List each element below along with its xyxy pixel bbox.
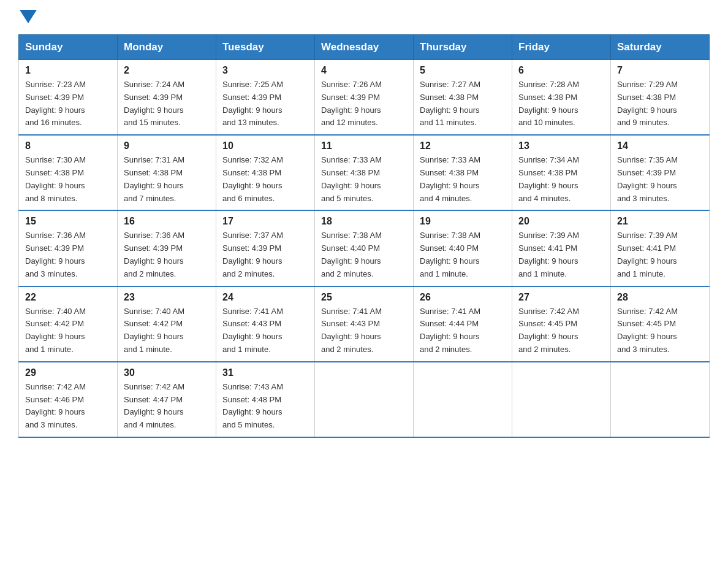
day-number: 27: [518, 292, 604, 303]
day-number: 31: [222, 367, 308, 378]
calendar-cell: [611, 362, 710, 437]
calendar-week-row: 8 Sunrise: 7:30 AMSunset: 4:38 PMDayligh…: [19, 135, 710, 210]
day-info: Sunrise: 7:27 AMSunset: 4:38 PMDaylight:…: [420, 79, 506, 129]
calendar-cell: 17 Sunrise: 7:37 AMSunset: 4:39 PMDaylig…: [216, 210, 315, 286]
day-info: Sunrise: 7:24 AMSunset: 4:39 PMDaylight:…: [124, 79, 210, 129]
day-number: 14: [617, 140, 703, 151]
day-info: Sunrise: 7:41 AMSunset: 4:43 PMDaylight:…: [222, 305, 308, 356]
calendar-cell: 24 Sunrise: 7:41 AMSunset: 4:43 PMDaylig…: [216, 286, 315, 362]
page-header: [18, 12, 710, 22]
calendar-cell: 4 Sunrise: 7:26 AMSunset: 4:39 PMDayligh…: [315, 60, 414, 136]
calendar-cell: 2 Sunrise: 7:24 AMSunset: 4:39 PMDayligh…: [118, 60, 216, 136]
calendar-cell: 16 Sunrise: 7:36 AMSunset: 4:39 PMDaylig…: [118, 210, 216, 286]
logo: [18, 12, 37, 22]
day-number: 5: [420, 65, 506, 76]
calendar-cell: 26 Sunrise: 7:41 AMSunset: 4:44 PMDaylig…: [414, 286, 512, 362]
day-info: Sunrise: 7:33 AMSunset: 4:38 PMDaylight:…: [420, 154, 506, 205]
day-number: 11: [321, 140, 407, 151]
calendar-cell: 28 Sunrise: 7:42 AMSunset: 4:45 PMDaylig…: [611, 286, 710, 362]
svg-marker-0: [20, 10, 37, 23]
calendar-cell: 22 Sunrise: 7:40 AMSunset: 4:42 PMDaylig…: [19, 286, 118, 362]
calendar-cell: 31 Sunrise: 7:43 AMSunset: 4:48 PMDaylig…: [216, 362, 315, 437]
calendar-cell: 19 Sunrise: 7:38 AMSunset: 4:40 PMDaylig…: [414, 210, 512, 286]
calendar-cell: 18 Sunrise: 7:38 AMSunset: 4:40 PMDaylig…: [315, 210, 414, 286]
day-info: Sunrise: 7:37 AMSunset: 4:39 PMDaylight:…: [222, 229, 308, 280]
day-number: 7: [617, 65, 703, 76]
weekday-header-tuesday: Tuesday: [216, 35, 315, 60]
day-number: 26: [420, 292, 506, 303]
weekday-header-monday: Monday: [118, 35, 216, 60]
day-info: Sunrise: 7:29 AMSunset: 4:38 PMDaylight:…: [617, 79, 703, 129]
calendar-cell: 1 Sunrise: 7:23 AMSunset: 4:39 PMDayligh…: [19, 60, 118, 136]
day-number: 13: [518, 140, 604, 151]
day-number: 3: [222, 65, 308, 76]
day-info: Sunrise: 7:28 AMSunset: 4:38 PMDaylight:…: [518, 79, 604, 129]
calendar-cell: [315, 362, 414, 437]
day-number: 20: [518, 216, 604, 227]
day-number: 8: [25, 140, 111, 151]
day-info: Sunrise: 7:40 AMSunset: 4:42 PMDaylight:…: [124, 305, 210, 356]
day-info: Sunrise: 7:42 AMSunset: 4:46 PMDaylight:…: [25, 381, 111, 432]
day-info: Sunrise: 7:42 AMSunset: 4:47 PMDaylight:…: [124, 381, 210, 432]
day-info: Sunrise: 7:38 AMSunset: 4:40 PMDaylight:…: [321, 229, 407, 280]
day-info: Sunrise: 7:31 AMSunset: 4:38 PMDaylight:…: [124, 154, 210, 205]
calendar-week-row: 1 Sunrise: 7:23 AMSunset: 4:39 PMDayligh…: [19, 60, 710, 136]
day-info: Sunrise: 7:25 AMSunset: 4:39 PMDaylight:…: [222, 79, 308, 129]
calendar-cell: 12 Sunrise: 7:33 AMSunset: 4:38 PMDaylig…: [414, 135, 512, 210]
day-info: Sunrise: 7:35 AMSunset: 4:39 PMDaylight:…: [617, 154, 703, 205]
day-number: 9: [124, 140, 210, 151]
calendar-week-row: 15 Sunrise: 7:36 AMSunset: 4:39 PMDaylig…: [19, 210, 710, 286]
day-info: Sunrise: 7:36 AMSunset: 4:39 PMDaylight:…: [25, 229, 111, 280]
day-info: Sunrise: 7:26 AMSunset: 4:39 PMDaylight:…: [321, 79, 407, 129]
day-info: Sunrise: 7:38 AMSunset: 4:40 PMDaylight:…: [420, 229, 506, 280]
day-info: Sunrise: 7:23 AMSunset: 4:39 PMDaylight:…: [25, 79, 111, 129]
day-number: 24: [222, 292, 308, 303]
day-number: 17: [222, 216, 308, 227]
calendar-cell: 30 Sunrise: 7:42 AMSunset: 4:47 PMDaylig…: [118, 362, 216, 437]
day-number: 4: [321, 65, 407, 76]
calendar-cell: 14 Sunrise: 7:35 AMSunset: 4:39 PMDaylig…: [611, 135, 710, 210]
day-number: 22: [25, 292, 111, 303]
calendar-cell: 21 Sunrise: 7:39 AMSunset: 4:41 PMDaylig…: [611, 210, 710, 286]
day-number: 25: [321, 292, 407, 303]
calendar-cell: [414, 362, 512, 437]
day-number: 1: [25, 65, 111, 76]
day-info: Sunrise: 7:36 AMSunset: 4:39 PMDaylight:…: [124, 229, 210, 280]
calendar-cell: 15 Sunrise: 7:36 AMSunset: 4:39 PMDaylig…: [19, 210, 118, 286]
day-number: 23: [124, 292, 210, 303]
day-number: 29: [25, 367, 111, 378]
day-number: 6: [518, 65, 604, 76]
calendar-week-row: 22 Sunrise: 7:40 AMSunset: 4:42 PMDaylig…: [19, 286, 710, 362]
day-info: Sunrise: 7:30 AMSunset: 4:38 PMDaylight:…: [25, 154, 111, 205]
calendar-cell: [512, 362, 611, 437]
day-info: Sunrise: 7:34 AMSunset: 4:38 PMDaylight:…: [518, 154, 604, 205]
weekday-header-row: SundayMondayTuesdayWednesdayThursdayFrid…: [19, 35, 710, 60]
calendar-cell: 29 Sunrise: 7:42 AMSunset: 4:46 PMDaylig…: [19, 362, 118, 437]
day-info: Sunrise: 7:32 AMSunset: 4:38 PMDaylight:…: [222, 154, 308, 205]
calendar-cell: 25 Sunrise: 7:41 AMSunset: 4:43 PMDaylig…: [315, 286, 414, 362]
calendar-cell: 8 Sunrise: 7:30 AMSunset: 4:38 PMDayligh…: [19, 135, 118, 210]
calendar-cell: 13 Sunrise: 7:34 AMSunset: 4:38 PMDaylig…: [512, 135, 611, 210]
weekday-header-friday: Friday: [512, 35, 611, 60]
day-info: Sunrise: 7:42 AMSunset: 4:45 PMDaylight:…: [518, 305, 604, 356]
calendar-cell: 7 Sunrise: 7:29 AMSunset: 4:38 PMDayligh…: [611, 60, 710, 136]
day-number: 15: [25, 216, 111, 227]
calendar-cell: 5 Sunrise: 7:27 AMSunset: 4:38 PMDayligh…: [414, 60, 512, 136]
day-info: Sunrise: 7:40 AMSunset: 4:42 PMDaylight:…: [25, 305, 111, 356]
day-info: Sunrise: 7:39 AMSunset: 4:41 PMDaylight:…: [617, 229, 703, 280]
day-number: 16: [124, 216, 210, 227]
logo-arrow-icon: [20, 10, 37, 26]
day-info: Sunrise: 7:42 AMSunset: 4:45 PMDaylight:…: [617, 305, 703, 356]
day-number: 19: [420, 216, 506, 227]
day-info: Sunrise: 7:43 AMSunset: 4:48 PMDaylight:…: [222, 381, 308, 432]
calendar-cell: 27 Sunrise: 7:42 AMSunset: 4:45 PMDaylig…: [512, 286, 611, 362]
calendar-cell: 3 Sunrise: 7:25 AMSunset: 4:39 PMDayligh…: [216, 60, 315, 136]
calendar-cell: 9 Sunrise: 7:31 AMSunset: 4:38 PMDayligh…: [118, 135, 216, 210]
day-number: 12: [420, 140, 506, 151]
weekday-header-wednesday: Wednesday: [315, 35, 414, 60]
calendar-cell: 11 Sunrise: 7:33 AMSunset: 4:38 PMDaylig…: [315, 135, 414, 210]
day-info: Sunrise: 7:39 AMSunset: 4:41 PMDaylight:…: [518, 229, 604, 280]
day-info: Sunrise: 7:41 AMSunset: 4:44 PMDaylight:…: [420, 305, 506, 356]
day-number: 18: [321, 216, 407, 227]
calendar-cell: 23 Sunrise: 7:40 AMSunset: 4:42 PMDaylig…: [118, 286, 216, 362]
